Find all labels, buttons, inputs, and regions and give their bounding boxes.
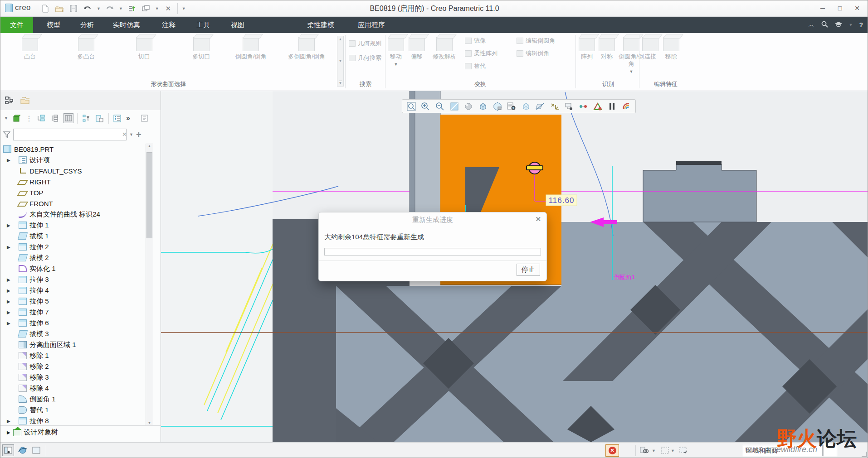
tree-report-icon[interactable]: [140, 113, 150, 123]
tree-item[interactable]: 移除 2: [0, 361, 145, 372]
tree-item[interactable]: 替代 1: [0, 405, 145, 415]
tree-item[interactable]: ▶拉伸 6: [0, 318, 145, 328]
tree-item[interactable]: ▶拉伸 4: [0, 285, 145, 296]
undo-dropdown-caret[interactable]: ▼: [97, 6, 101, 11]
redo-dropdown-caret[interactable]: ▼: [119, 6, 123, 11]
pattern-button[interactable]: 阵列: [577, 37, 596, 60]
multi-cut-button[interactable]: 多切口: [176, 37, 226, 60]
select-visible-icon[interactable]: [678, 444, 690, 456]
select-box-dropdown-caret[interactable]: ▼: [671, 448, 675, 453]
undo-icon[interactable]: [83, 4, 93, 14]
tree-item[interactable]: ▶拉伸 5: [0, 296, 145, 307]
tree-item[interactable]: ▶设计项: [0, 154, 145, 165]
stop-regeneration-icon[interactable]: ✕: [605, 444, 619, 457]
zoom-out-icon[interactable]: [434, 101, 445, 112]
tree-item[interactable]: TOP: [0, 187, 145, 198]
model-node-icon[interactable]: [12, 113, 22, 123]
learning-dropdown-caret[interactable]: ▼: [849, 23, 853, 27]
resize-grip[interactable]: [862, 452, 867, 457]
tree-scrollbar-thumb[interactable]: [146, 152, 152, 238]
boss-button[interactable]: 凸台: [5, 37, 55, 60]
remove-button[interactable]: 移除: [662, 37, 681, 60]
graphics-area[interactable]: 116.60 倒圆角1 重新生成进度 ✕: [161, 91, 868, 442]
tree-scrollbar[interactable]: ▲▼: [146, 144, 153, 426]
tree-item[interactable]: 分离曲面区域 1: [0, 339, 145, 350]
tree-filter-input[interactable]: [13, 129, 127, 140]
model-check-icon[interactable]: [592, 101, 603, 112]
tree-item[interactable]: 拔模 2: [0, 252, 145, 263]
flexible-pattern-button[interactable]: 柔性阵列: [465, 49, 497, 58]
tree-item[interactable]: 来自文件的曲线 标识24: [0, 209, 145, 220]
tree-item[interactable]: ▶拉伸 8: [0, 415, 145, 425]
filter-add-button[interactable]: +: [136, 130, 141, 140]
folder-browser-tab-icon[interactable]: [20, 96, 29, 106]
model-tree-tab-icon[interactable]: [4, 96, 14, 106]
mirror-button[interactable]: 镜像: [465, 37, 486, 45]
windows-icon[interactable]: [141, 4, 151, 14]
close-window-icon[interactable]: ✕: [163, 4, 173, 14]
tree-filters-icon[interactable]: [81, 113, 91, 123]
collapse-tree-icon[interactable]: [50, 113, 60, 123]
tree-item[interactable]: 移除 3: [0, 372, 145, 383]
selection-filter-combobox[interactable]: 区域和曲面: [743, 445, 823, 456]
navigator-toggle-icon[interactable]: [2, 444, 14, 456]
tab-live-simulation[interactable]: 实时仿真: [107, 17, 146, 33]
tree-item[interactable]: ▶拉伸 3: [0, 274, 145, 285]
datum-display-icon[interactable]: [535, 101, 546, 112]
symmetry-button[interactable]: 对称: [597, 37, 616, 60]
tree-item[interactable]: DEFAULT_CSYS: [0, 165, 145, 176]
saved-views-icon[interactable]: [478, 101, 488, 112]
new-file-icon[interactable]: [40, 4, 50, 14]
realtime-render-icon[interactable]: [621, 101, 632, 112]
tree-item[interactable]: ▶拉伸 7: [0, 307, 145, 318]
move-button[interactable]: 移动▼: [386, 37, 406, 67]
refit-icon[interactable]: [406, 101, 417, 112]
design-object-tree-row[interactable]: ▶设计对象树: [0, 425, 161, 439]
tab-model[interactable]: 模型: [40, 17, 67, 33]
selection-filter-aux-box[interactable]: [824, 445, 837, 456]
select-box-icon[interactable]: [659, 444, 671, 456]
minimize-button[interactable]: ─: [815, 2, 830, 14]
filter-dropdown-caret[interactable]: ▼: [129, 132, 133, 137]
capture-icon[interactable]: [506, 101, 517, 112]
tree-item[interactable]: ▶拉伸 2: [0, 241, 145, 252]
collapse-ribbon-icon[interactable]: ︿: [809, 21, 815, 29]
edit-round-button[interactable]: 编辑倒圆角: [517, 37, 555, 45]
round-chamfer-button[interactable]: 倒圆角/倒角: [233, 37, 269, 60]
modify-analytic-button[interactable]: 修改解析: [429, 37, 460, 60]
tree-item[interactable]: ▶拉伸 1: [0, 220, 145, 231]
tab-analysis[interactable]: 分析: [74, 17, 100, 33]
tree-collapse-caret[interactable]: ▼: [4, 116, 8, 121]
geometry-search-button[interactable]: 几何搜索: [349, 54, 381, 62]
tree-list-icon[interactable]: [112, 113, 122, 123]
regenerate-icon[interactable]: [127, 4, 137, 14]
maximize-button[interactable]: □: [832, 2, 848, 14]
repaint-icon[interactable]: [449, 101, 460, 112]
view-manager-icon[interactable]: [492, 101, 503, 112]
zoom-in-icon[interactable]: [420, 101, 431, 112]
display-style-icon[interactable]: [521, 101, 532, 112]
substitute-button[interactable]: 替代: [465, 62, 486, 70]
tree-item[interactable]: 移除 4: [0, 383, 145, 394]
learning-icon[interactable]: [834, 21, 843, 29]
web-browser-toggle-icon[interactable]: [17, 444, 29, 456]
filter-clear-icon[interactable]: ✕: [122, 131, 127, 138]
qat-customize-caret[interactable]: ▼: [182, 6, 186, 11]
edit-chamfer-button[interactable]: 编辑倒角: [517, 49, 549, 58]
cut-button[interactable]: 切口: [119, 37, 169, 60]
stop-button[interactable]: 停止: [517, 264, 540, 276]
tree-item[interactable]: 倒圆角 1: [0, 394, 145, 405]
tree-item[interactable]: RIGHT: [0, 176, 145, 187]
tab-file[interactable]: 文件: [0, 17, 33, 33]
tab-flexible-modeling[interactable]: 柔性建模: [301, 17, 341, 33]
tree-item[interactable]: 移除 1: [0, 350, 145, 361]
windows-dropdown-caret[interactable]: ▼: [155, 6, 159, 11]
attach-button[interactable]: 连接: [641, 37, 660, 60]
find-icon[interactable]: [638, 444, 650, 456]
redo-icon[interactable]: [105, 4, 115, 14]
group-scroll-strip[interactable]: ▲▼▼: [337, 36, 344, 87]
tree-root[interactable]: BE0819.PRT: [0, 144, 145, 154]
open-file-icon[interactable]: [54, 4, 64, 14]
multi-round-chamfer-button[interactable]: 多倒圆角/倒角: [286, 37, 327, 60]
spin-center-icon[interactable]: [578, 101, 589, 112]
